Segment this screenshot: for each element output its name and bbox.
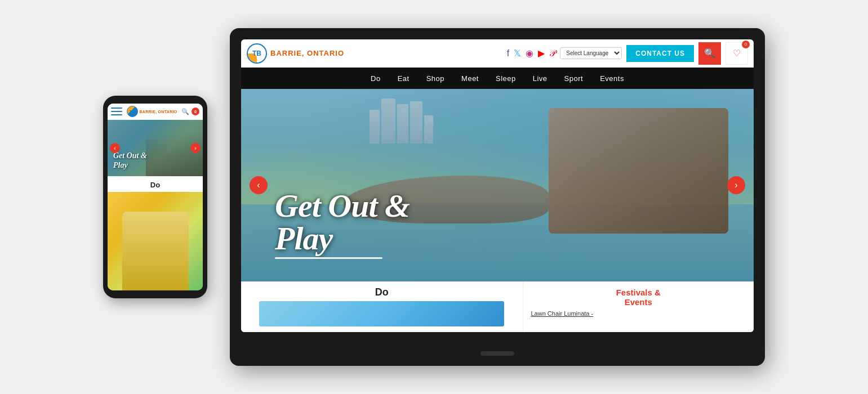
header-right: f 𝕏 ◉ ▶ 𝒫 Select Language CONTACT US 🔍 ♡… [507,42,748,65]
mobile-next-arrow[interactable]: › [190,143,201,153]
desktop-logo-initials: TB [252,50,261,57]
desktop-bottom-strip: Do Festivals &Events Lawn Chair Luminata… [241,281,754,332]
mobile-card-child-figure [122,212,188,290]
contact-us-button[interactable]: CONTACT US [626,45,694,62]
bottom-do-image [259,301,504,326]
bottom-do-section: Do [241,282,523,332]
events-title: Festivals &Events [531,288,746,307]
heart-icon: ♡ [733,48,741,59]
desktop-hero: Get Out & Play ‹ › [241,89,754,281]
favorites-button[interactable]: ♡ 0 [725,42,748,65]
hero-prev-arrow[interactable]: ‹ [250,176,268,194]
nav-item-sport[interactable]: Sport [564,74,584,83]
nav-item-events[interactable]: Events [600,74,624,83]
nav-item-eat[interactable]: Eat [398,74,409,83]
bottom-do-label: Do [375,286,389,298]
desktop-device: TB BARRIE, ONTARIO f 𝕏 ◉ ▶ 𝒫 Select Lang… [230,28,765,366]
mobile-device: TB BARRIE, ONTARIO 🔍 0 Get Out & Play ‹ [103,96,207,298]
nav-item-live[interactable]: Live [533,74,547,83]
favorites-badge: 0 [742,41,750,48]
mobile-brand: BARRIE, ONTARIO [140,110,177,114]
mobile-screen: TB BARRIE, ONTARIO 🔍 0 Get Out & Play ‹ [108,104,203,290]
mobile-logo-area: TB BARRIE, ONTARIO [127,106,177,117]
mobile-topbar: TB BARRIE, ONTARIO 🔍 0 [108,104,203,120]
mobile-section-label: Do [108,176,203,192]
nav-item-meet[interactable]: Meet [461,74,479,83]
mobile-hero: Get Out & Play ‹ › [108,120,203,176]
mobile-hero-text: Get Out & Play [113,151,147,171]
search-button[interactable]: 🔍 [698,42,721,65]
mobile-menu-button[interactable] [111,108,122,115]
desktop-brand: BARRIE, ONTARIO [270,49,344,57]
youtube-icon[interactable]: ▶ [538,48,545,59]
mobile-search-icon[interactable]: 🔍 [181,108,189,115]
desktop-screen: TB BARRIE, ONTARIO f 𝕏 ◉ ▶ 𝒫 Select Lang… [241,39,754,332]
mobile-icons-right: 🔍 0 [181,108,199,115]
instagram-icon[interactable]: ◉ [526,48,533,59]
mobile-heart-badge[interactable]: 0 [192,108,199,115]
mobile-hero-silhouettes [146,131,203,176]
mobile-logo-initials: TB [129,109,135,114]
twitter-icon[interactable]: 𝕏 [514,48,521,59]
nav-item-do[interactable]: Do [371,74,381,83]
pinterest-icon[interactable]: 𝒫 [549,48,555,59]
bottom-events-section: Festivals &Events Lawn Chair Luminata - [523,282,754,332]
hero-next-arrow[interactable]: › [727,176,745,194]
search-icon: 🔍 [704,48,715,59]
nav-item-sleep[interactable]: Sleep [496,74,516,83]
mobile-card-image [108,192,203,290]
mobile-prev-arrow[interactable]: ‹ [110,143,120,153]
events-link[interactable]: Lawn Chair Luminata - [531,310,594,317]
hero-text-underline [275,257,382,259]
nav-item-shop[interactable]: Shop [426,74,444,83]
desktop-nav: Do Eat Shop Meet Sleep Live Sport Events [241,68,754,89]
desktop-logo: TB [247,43,267,64]
language-select[interactable]: Select Language [560,47,622,59]
desktop-header: TB BARRIE, ONTARIO f 𝕏 ◉ ▶ 𝒫 Select Lang… [241,39,754,68]
social-icons: f 𝕏 ◉ ▶ 𝒫 [507,48,555,59]
facebook-icon[interactable]: f [507,48,509,59]
mobile-logo: TB [127,106,138,117]
header-logo-area: TB BARRIE, ONTARIO [247,43,344,64]
hero-text: Get Out & Play [275,190,409,259]
